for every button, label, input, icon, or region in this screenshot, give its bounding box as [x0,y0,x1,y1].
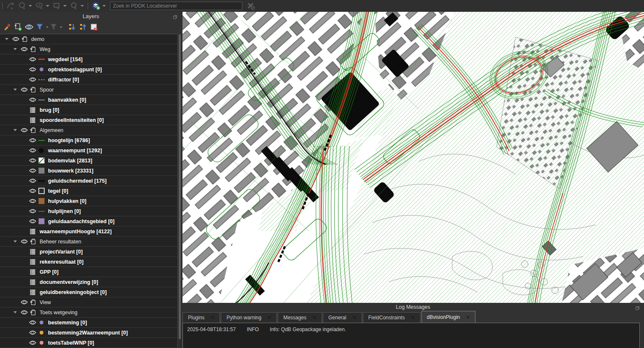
layer-visibility-eye-icon[interactable] [19,239,29,244]
layer-visibility-eye-icon[interactable] [28,320,37,325]
expand-collapse-arrow-icon[interactable] [11,311,19,313]
close-tab-icon[interactable]: ✕ [410,315,416,321]
chevron-down-icon[interactable] [63,5,67,7]
manage-map-themes-icon[interactable] [24,22,35,32]
layer-visibility-eye-icon[interactable] [28,138,37,143]
log-tab-plugins[interactable]: Plugins✕ [182,312,220,323]
filter-by-expression-icon[interactable] [48,22,59,32]
chevron-down-icon[interactable] [46,5,49,7]
expand-collapse-arrow-icon[interactable] [3,38,11,40]
layer-visibility-eye-icon[interactable] [19,310,29,315]
circle-digitize-tool-icon[interactable]: ✳ [17,1,27,11]
layer-visibility-eye-icon[interactable] [19,128,29,132]
expand-collapse-arrow-icon[interactable] [11,48,19,50]
layer-item-hulplijnen[interactable]: hulplijnen [0] [0,206,182,216]
layer-item-geluidaandachtsgebied[interactable]: geluidaandachtsgebied [0] [0,216,182,227]
close-tab-icon[interactable]: ✕ [465,314,471,320]
layer-item-hoogtelijn[interactable]: hoogtelijn [6786] [0,135,182,146]
layer-group-demo[interactable]: demo [0,34,182,44]
layer-group-algemeen[interactable]: Algemeen [0,125,182,135]
polygon-digitize-tool-icon[interactable]: ✳ [69,1,79,11]
layer-item-bouwwerk[interactable]: bouwwerk [23331] [0,166,182,176]
expand-collapse-arrow-icon[interactable] [11,240,19,243]
layers-tree-scrollbar[interactable] [177,34,182,348]
layer-item-waarneempunthoogte[interactable]: waarneempuntHoogte [4122] [0,227,182,237]
remove-layer-group-icon[interactable] [89,22,99,32]
layer-group-weg[interactable]: Weg [0,44,182,54]
add-group-icon[interactable] [13,22,24,32]
layer-item-gpp[interactable]: GPP [0] [0,267,182,277]
chevron-down-icon[interactable] [102,5,106,7]
layer-item-wegdeel[interactable]: wegdeel [154] [0,54,182,65]
layer-group-view[interactable]: View [0,297,182,308]
layer-visibility-eye-icon[interactable] [19,87,29,92]
expand-collapse-arrow-icon[interactable] [11,129,19,131]
layer-visibility-eye-icon[interactable] [28,168,37,173]
layer-item-geluidberekeningobject[interactable]: geluidberekeningobject [0] [0,287,182,297]
layer-visibility-eye-icon[interactable] [28,97,37,102]
close-tab-icon[interactable]: ✕ [311,315,317,321]
close-tab-icon[interactable]: ✕ [352,315,357,321]
layer-item-toetstabelwnp[interactable]: toetsTabelWNP [0] [0,338,182,348]
layer-visibility-eye-icon[interactable] [28,189,37,193]
layer-visibility-eye-icon[interactable] [28,330,37,335]
bezier-digitize-tool-icon[interactable]: ✳ [5,1,16,11]
layer-item-brug[interactable]: brug [0] [0,105,182,115]
layer-item-bodemvlak[interactable]: bodemvlak [2813] [0,156,182,166]
pdok-locator-icon[interactable] [91,1,101,11]
close-tab-icon[interactable]: ✕ [267,315,272,321]
clear-search-icon[interactable] [246,1,256,11]
layer-visibility-eye-icon[interactable] [28,148,37,153]
layer-item-diffractor[interactable]: diffractor [0] [0,75,182,85]
layer-group-spoor[interactable]: Spoor [0,85,182,95]
layer-item-rekenresultaat[interactable]: rekenresultaat [0] [0,257,182,267]
layer-item-waarneempunt[interactable]: waarneempunt [1292] [0,146,182,156]
layer-item-bestemming2waarneempunt[interactable]: bestemming2Waarneempunt [0] [0,328,182,338]
layer-visibility-eye-icon[interactable] [28,340,37,345]
expand-collapse-arrow-icon[interactable] [11,89,19,91]
log-output[interactable]: 2025-04-08T18:31:57INFOInfo: QdB Geopack… [182,323,640,348]
tab-label: Plugins [188,315,204,321]
log-tab-general[interactable]: General✕ [323,312,362,323]
chevron-down-icon[interactable] [29,5,32,7]
layer-visibility-eye-icon[interactable] [19,300,29,305]
layer-visibility-eye-icon[interactable] [11,37,20,41]
layer-item-documentverwijzing[interactable]: documentverwijzing [0] [0,277,182,287]
filter-legend-icon[interactable] [35,22,46,32]
map-canvas[interactable] [182,12,644,303]
layer-item-baanvakken[interactable]: baanvakken [0] [0,95,182,105]
layer-item-spoordeelintensiteiten[interactable]: spoordeelIntensiteiten [0] [0,115,182,125]
log-tab-messages[interactable]: Messages✕ [278,312,322,323]
layer-item-projectvariant[interactable]: projectVariant [0] [0,247,182,257]
layer-item-geluidschermdeel[interactable]: geluidschermdeel [175] [0,176,182,186]
chevron-down-icon[interactable] [60,27,62,28]
layer-visibility-eye-icon[interactable] [28,77,37,82]
layer-item-optrektoeslagpunt[interactable]: optrektoeslagpunt [0] [0,65,182,75]
layer-group-beheer-resultaten[interactable]: Beheer resultaten [0,237,182,247]
layer-visibility-eye-icon[interactable] [28,219,37,224]
layer-visibility-eye-icon[interactable] [28,199,37,203]
pdok-search-input[interactable] [110,2,242,10]
chevron-down-icon[interactable] [80,5,84,7]
float-panel-icon[interactable] [173,13,177,21]
layer-visibility-eye-icon[interactable] [28,57,37,62]
close-tab-icon[interactable]: ✕ [210,315,215,321]
layer-visibility-eye-icon[interactable] [28,178,37,183]
log-tab-python-warning[interactable]: Python warning✕ [221,312,277,323]
layer-group-toets-wetgeving[interactable]: Toets wetgeving [0,308,182,318]
layer-item-tegel[interactable]: tegel [0] [0,186,182,196]
float-panel-icon[interactable] [635,305,640,312]
expand-all-icon[interactable] [67,22,78,32]
ellipse-digitize-tool-icon[interactable]: ✳ [35,1,45,11]
log-tab-dbvisionplugin[interactable]: dBvisionPlugin✕ [421,311,476,323]
open-layer-styling-icon[interactable] [2,22,13,32]
layer-visibility-eye-icon[interactable] [28,209,37,213]
collapse-all-icon[interactable] [78,22,89,32]
layer-item-bestemming[interactable]: bestemming [0] [0,318,182,328]
layer-item-hulpvlakken[interactable]: hulpvlakken [0] [0,196,182,206]
layer-visibility-eye-icon[interactable] [28,158,37,163]
layer-visibility-eye-icon[interactable] [19,47,29,51]
layer-visibility-eye-icon[interactable] [28,67,37,72]
log-tab-fieldconstraints[interactable]: FieldConstraints✕ [363,312,421,323]
rectangle-digitize-tool-icon[interactable]: ✳ [52,1,62,11]
